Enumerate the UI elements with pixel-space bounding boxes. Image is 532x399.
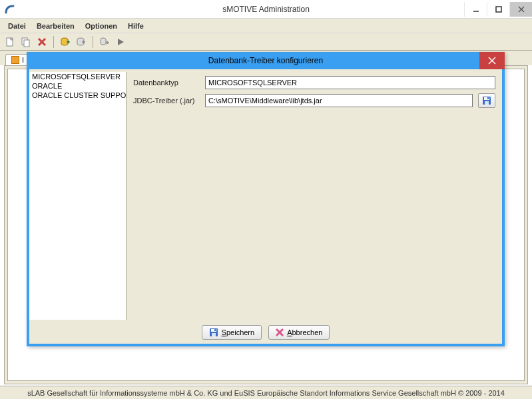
copy-icon[interactable] [20, 36, 32, 48]
window-title: sMOTIVE Administration [222, 5, 310, 14]
dialog-close-button[interactable] [479, 52, 505, 69]
dialog-configure-db-driver: Datenbank-Treiber konfigurieren MICROSOF… [27, 52, 505, 346]
svg-rect-1 [496, 7, 501, 12]
save-icon [482, 96, 491, 105]
cancel-button-label: Abbrechen [287, 328, 322, 336]
menu-file[interactable]: Datei [4, 21, 30, 31]
save-icon [209, 328, 218, 337]
svg-rect-20 [487, 97, 489, 99]
toolbar-separator [53, 36, 54, 48]
database-out-icon[interactable] [75, 36, 87, 48]
svg-rect-24 [214, 329, 216, 331]
driver-form: Datenbanktyp JDBC-Treiber (.jar) [127, 72, 502, 320]
window-titlebar: sMOTIVE Administration [0, 0, 532, 19]
svg-rect-23 [212, 333, 216, 336]
minimize-button[interactable] [464, 2, 487, 17]
jdbc-input[interactable] [205, 94, 473, 107]
dbtype-label: Datenbanktyp [133, 79, 200, 87]
dialog-title: Datenbank-Treiber konfigurieren [208, 56, 323, 65]
toolbar [0, 33, 532, 51]
svg-marker-13 [107, 41, 109, 45]
jdbc-label: JDBC-Treiber (.jar) [133, 97, 200, 105]
tab-icon [11, 56, 19, 64]
menu-edit[interactable]: Bearbeiten [33, 21, 79, 31]
tab-label: I [22, 56, 24, 64]
list-item[interactable]: MICROSOFTSQLSERVER [29, 72, 126, 81]
close-button[interactable] [509, 2, 532, 17]
menubar: Datei Bearbeiten Optionen Hilfe [0, 19, 532, 33]
window-buttons [464, 2, 532, 17]
save-button-label: Speichern [222, 328, 255, 336]
app-icon [4, 3, 16, 15]
cancel-button[interactable]: Abbrechen [268, 325, 330, 340]
new-icon[interactable] [4, 36, 16, 48]
list-item[interactable]: ORACLE [29, 81, 126, 91]
dialog-body: MICROSOFTSQLSERVER ORACLE ORACLE CLUSTER… [29, 72, 502, 320]
statusbar-text: sLAB Gesellschaft für Informationssystem… [27, 389, 505, 397]
toolbar-separator [93, 36, 93, 48]
dbtype-input[interactable] [205, 76, 495, 89]
menu-help[interactable]: Hilfe [124, 21, 148, 31]
svg-rect-19 [485, 101, 489, 105]
svg-rect-7 [24, 40, 29, 47]
svg-marker-14 [118, 39, 124, 45]
cancel-icon [276, 328, 284, 336]
dialog-titlebar: Datenbank-Treiber konfigurieren [27, 52, 505, 69]
database-play-icon[interactable] [99, 36, 111, 48]
play-icon[interactable] [115, 36, 127, 48]
save-button[interactable]: Speichern [202, 325, 262, 340]
dialog-button-bar: Speichern Abbrechen [29, 325, 502, 340]
delete-icon[interactable] [36, 36, 48, 48]
maximize-button[interactable] [487, 2, 509, 17]
driver-listbox[interactable]: MICROSOFTSQLSERVER ORACLE ORACLE CLUSTER… [29, 72, 127, 320]
statusbar: sLAB Gesellschaft für Informationssystem… [0, 386, 532, 399]
list-item[interactable]: ORACLE CLUSTER SUPPORT [29, 91, 126, 100]
save-driver-button[interactable] [478, 93, 495, 108]
database-in-icon[interactable] [59, 36, 71, 48]
menu-options[interactable]: Optionen [81, 21, 121, 31]
